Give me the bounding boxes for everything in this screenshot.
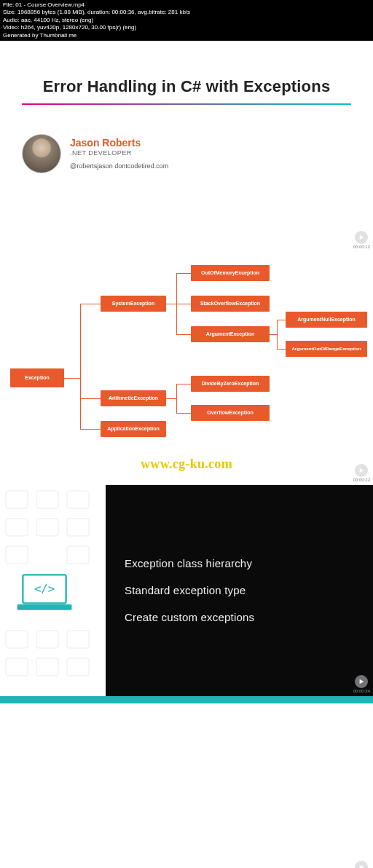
slide3-left-panel: </>: [0, 485, 106, 696]
author-role: .NET DEVELOPER: [70, 149, 168, 157]
node-arithmetic-exception: ArithmeticException: [101, 390, 166, 406]
author-name: Jason Roberts: [70, 137, 168, 149]
metadata-video: Video: h264, yuv420p, 1280x720, 30.00 fp…: [3, 24, 370, 31]
svg-marker-19: [360, 679, 364, 684]
svg-rect-17: [17, 604, 72, 610]
teal-divider: [0, 696, 373, 703]
watermark: www.cg-ku.com: [141, 457, 232, 471]
svg-rect-9: [67, 546, 89, 564]
topic-line-3: Create custom exceptions: [125, 611, 373, 623]
node-argument-out-of-range: ArgumentOutOfRangeException: [286, 341, 367, 357]
play-icon: [355, 464, 368, 477]
slide-hierarchy: Exception SystemException ArithmeticExce…: [0, 252, 373, 485]
svg-rect-14: [36, 658, 58, 676]
slide-blank: 00:00:44: [0, 703, 373, 868]
exception-tree: Exception SystemException ArithmeticExce…: [0, 252, 373, 452]
node-argument-null: ArgumentNullException: [286, 312, 367, 328]
svg-marker-1: [360, 468, 364, 473]
author-block: Jason Roberts .NET DEVELOPER @robertsjas…: [22, 134, 373, 173]
svg-rect-13: [6, 658, 28, 676]
conn: [277, 320, 286, 320]
thumb-badge-3: 00:00:34: [353, 675, 370, 693]
conn: [64, 378, 80, 379]
author-social: @robertsjason dontcodetired.com: [70, 162, 168, 170]
node-exception: Exception: [10, 368, 64, 387]
metadata-audio: Audio: aac, 44100 Hz, stereo (eng): [3, 17, 370, 24]
node-overflow: OverflowException: [191, 405, 270, 421]
timestamp-3: 00:00:34: [353, 689, 370, 693]
conn: [176, 384, 177, 413]
slide-topics: </> Exception class hierarchy Standard e…: [0, 485, 373, 696]
title-underline: [22, 103, 351, 105]
video-metadata-header: File: 01 - Course Overview.mp4 Size: 196…: [0, 0, 373, 41]
metadata-generated: Generated by Thumbnail me: [3, 32, 370, 39]
course-title: Error Handling in C# with Exceptions: [22, 77, 351, 96]
node-application-exception: ApplicationException: [101, 421, 166, 437]
svg-rect-12: [67, 631, 89, 648]
conn: [166, 398, 176, 399]
slide-title: Error Handling in C# with Exceptions Jas…: [0, 41, 373, 252]
timestamp-1: 00:00:12: [353, 245, 370, 249]
svg-marker-20: [360, 865, 364, 868]
thumb-badge-4: 00:00:44: [353, 861, 370, 868]
conn: [277, 349, 286, 350]
watermark-wrap: www.cg-ku.com: [0, 452, 373, 479]
play-icon: [355, 861, 368, 868]
slide3-right-panel: Exception class hierarchy Standard excep…: [106, 485, 373, 696]
conn: [166, 304, 176, 304]
conn: [270, 334, 277, 335]
svg-rect-3: [36, 491, 58, 508]
conn: [277, 320, 278, 349]
metadata-size: Size: 1968856 bytes (1.88 MiB), duration…: [3, 9, 370, 16]
conn: [176, 304, 191, 304]
conn: [80, 304, 101, 304]
thumb-badge-2: 00:00:22: [353, 464, 370, 482]
timestamp-2: 00:00:22: [353, 478, 370, 482]
svg-rect-2: [6, 491, 28, 508]
svg-rect-6: [36, 518, 58, 536]
svg-marker-0: [360, 235, 364, 240]
author-text: Jason Roberts .NET DEVELOPER @robertsjas…: [70, 137, 168, 170]
svg-rect-10: [6, 631, 28, 648]
conn: [80, 304, 81, 429]
svg-rect-5: [6, 518, 28, 536]
node-system-exception: SystemException: [101, 296, 166, 312]
svg-rect-4: [67, 491, 89, 508]
topic-line-1: Exception class hierarchy: [125, 557, 373, 569]
svg-text:</>: </>: [34, 583, 55, 596]
conn: [176, 413, 191, 414]
conn: [176, 334, 191, 335]
laptop-code-icon: </>: [16, 572, 73, 615]
conn: [80, 429, 101, 430]
title-wrap: Error Handling in C# with Exceptions: [0, 41, 373, 96]
conn: [176, 384, 191, 384]
conn: [80, 398, 101, 399]
play-icon: [355, 231, 368, 244]
node-out-of-memory: OutOfMemoryException: [191, 265, 270, 281]
author-avatar: [22, 134, 61, 173]
node-divide-by-zero: DivideByZeroException: [191, 376, 270, 392]
svg-rect-11: [36, 631, 58, 648]
metadata-file: File: 01 - Course Overview.mp4: [3, 1, 370, 9]
topic-line-2: Standard exception type: [125, 584, 373, 596]
conn: [176, 273, 191, 274]
thumb-badge-1: 00:00:12: [353, 231, 370, 249]
play-icon: [355, 675, 368, 688]
node-stack-overflow: StackOverflowException: [191, 296, 270, 312]
node-argument-exception: ArgumentException: [191, 326, 270, 342]
svg-rect-8: [6, 546, 28, 564]
svg-rect-7: [67, 518, 89, 536]
svg-rect-15: [67, 658, 89, 676]
